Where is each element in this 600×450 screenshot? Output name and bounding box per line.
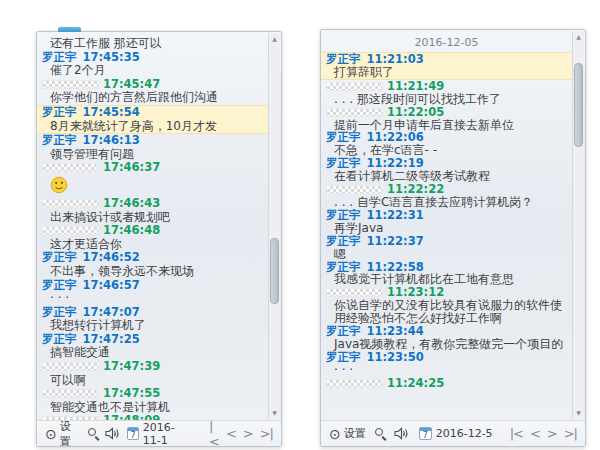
- calendar-icon[interactable]: 7: [419, 427, 432, 440]
- date-label[interactable]: 2016-12-5: [436, 427, 493, 440]
- timestamp: 17:46:57: [83, 278, 140, 292]
- timestamp: 11:21:03: [367, 52, 424, 66]
- chat-message-area: 还有工作服 那还可以罗正宇17:45:35催了2个月17:45:47你学他们的方…: [37, 32, 268, 420]
- message-text: Java视频教程，有教你完整做完一个项目的: [321, 338, 572, 351]
- next-page-button[interactable]: >: [547, 426, 557, 441]
- speaker-icon[interactable]: [105, 427, 120, 440]
- picking-nose-emoji: [50, 176, 68, 194]
- message-entry: 罗正宇11:22:19在看计算机二级等级考试教程: [321, 157, 572, 183]
- timestamp: 11:22:22: [387, 182, 444, 196]
- message-header: 罗正宇17:46:13: [37, 134, 268, 148]
- message-entry: 还有工作服 那还可以: [37, 37, 268, 51]
- message-text: 嗯: [321, 248, 572, 261]
- message-text: 8月来就统计了身高，10月才发: [37, 120, 268, 134]
- message-entry: 罗正宇11:22:06不急，在学c语言- -: [321, 131, 572, 157]
- masked-sender-name: [326, 379, 383, 388]
- message-header: 罗正宇11:23:50: [321, 351, 572, 364]
- sender-name: 罗正宇: [326, 234, 361, 248]
- search-icon[interactable]: [88, 428, 98, 440]
- message-text: . . . 那这段时间可以找找工作了: [321, 93, 572, 106]
- scroll-down-icon[interactable]: ▼: [269, 409, 280, 417]
- timestamp: 11:22:05: [387, 105, 444, 119]
- timestamp: 17:46:52: [83, 250, 140, 264]
- masked-sender-name: [42, 226, 99, 235]
- message-header: 17:45:47: [37, 78, 268, 92]
- masked-sender-name: [326, 108, 383, 117]
- message-text: 我想转行计算机了: [37, 319, 268, 333]
- timestamp: 17:47:39: [103, 359, 160, 373]
- settings-icon[interactable]: ⊙: [329, 426, 341, 442]
- message-header: 罗正宇11:23:44: [321, 325, 572, 338]
- timestamp: 17:45:54: [83, 105, 140, 119]
- message-entry: 罗正宇17:45:548月来就统计了身高，10月才发: [37, 105, 268, 134]
- calendar-icon[interactable]: 7: [127, 427, 139, 440]
- message-header: 11:21:49: [321, 80, 572, 93]
- chat-message-area: 2016-12-05罗正宇11:21:03打算辞职了11:21:49. . . …: [321, 30, 572, 420]
- scrollbar[interactable]: ▲ ▼: [268, 33, 280, 419]
- prev-page-button[interactable]: <: [530, 426, 540, 441]
- scrollbar[interactable]: ▲ ▼: [572, 31, 584, 419]
- settings-label[interactable]: 设置: [344, 426, 366, 441]
- settings-label[interactable]: 设置: [60, 419, 79, 449]
- message-header: 11:22:05: [321, 106, 572, 119]
- page-navigation: |< < > >|: [503, 426, 577, 441]
- message-entry: 11:21:49. . . 那这段时间可以找找工作了: [321, 80, 572, 106]
- message-entry: 11:23:12你说自学的又没有比较具有说服力的软件使用经验恐怕不怎么好找好工作…: [321, 286, 572, 325]
- timestamp: 17:45:35: [83, 50, 140, 64]
- message-header: 17:46:37: [37, 161, 268, 175]
- message-entry: 罗正宇17:46:57· · ·: [37, 279, 268, 306]
- masked-sender-name: [42, 163, 99, 172]
- message-entry: 罗正宇17:47:25搞智能交通: [37, 333, 268, 360]
- last-page-button[interactable]: >|: [564, 426, 577, 441]
- message-header: 17:47:39: [37, 360, 268, 374]
- history-toolbar: ⊙ 设置 7 2016-11-1 |< < > >|: [37, 420, 281, 446]
- message-entry: 11:24:25: [321, 377, 572, 390]
- timestamp: 11:22:31: [367, 208, 424, 222]
- timestamp: 11:22:37: [367, 234, 424, 248]
- message-entry: 罗正宇17:46:52不出事，领导永远不来现场: [37, 251, 268, 278]
- sender-name: 罗正宇: [326, 260, 361, 274]
- first-page-button[interactable]: |<: [209, 419, 219, 449]
- message-header: 罗正宇17:45:54: [37, 106, 268, 120]
- message-header: 罗正宇11:22:31: [321, 209, 572, 222]
- message-entry: 罗正宇17:45:35催了2个月: [37, 51, 268, 78]
- message-header: 17:47:55: [37, 387, 268, 401]
- message-entry: 罗正宇11:21:03打算辞职了: [321, 52, 572, 80]
- message-entry: 罗正宇11:23:44Java视频教程，有教你完整做完一个项目的: [321, 325, 572, 351]
- message-header: 罗正宇17:47:07: [37, 306, 268, 320]
- settings-icon[interactable]: ⊙: [45, 426, 57, 442]
- scrollbar-thumb[interactable]: [574, 63, 583, 147]
- timestamp: 17:46:43: [103, 196, 160, 210]
- last-page-button[interactable]: >|: [260, 426, 273, 441]
- prev-page-button[interactable]: <: [226, 426, 236, 441]
- message-entry: 罗正宇11:22:37嗯: [321, 235, 572, 261]
- message-entry: 17:47:55智能交通也不是计算机: [37, 387, 268, 414]
- timestamp: 11:23:50: [367, 350, 424, 364]
- message-entry: 17:45:47你学他们的方言然后跟他们沟通: [37, 78, 268, 105]
- sender-name: 罗正宇: [42, 250, 77, 264]
- message-entry: 11:22:05提前一个月申请年后直接去新单位: [321, 106, 572, 132]
- message-text: 我感觉干计算机都比在工地有意思: [321, 273, 572, 286]
- message-text: · · ·: [321, 364, 572, 377]
- search-icon[interactable]: [375, 428, 387, 440]
- first-page-button[interactable]: |<: [510, 426, 523, 441]
- message-header: 罗正宇17:46:57: [37, 279, 268, 293]
- scrollbar-thumb[interactable]: [270, 238, 279, 304]
- message-entry: 17:47:39可以啊: [37, 360, 268, 387]
- date-label[interactable]: 2016-11-1: [143, 421, 192, 447]
- message-text: 你说自学的又没有比较具有说服力的软件使用经验恐怕不怎么好找好工作啊: [321, 299, 572, 325]
- history-toolbar: ⊙ 设置 7 2016-12-5 |< < > >|: [321, 420, 585, 446]
- message-text: 出来搞设计或者规划吧: [37, 211, 268, 225]
- next-page-button[interactable]: >: [243, 426, 253, 441]
- sender-name: 罗正宇: [42, 278, 77, 292]
- scroll-up-icon[interactable]: ▲: [573, 33, 584, 41]
- message-entry: 罗正宇11:22:58我感觉干计算机都比在工地有意思: [321, 261, 572, 287]
- message-text: 你学他们的方言然后跟他们沟通: [37, 91, 268, 105]
- scroll-down-icon[interactable]: ▼: [573, 409, 584, 417]
- scroll-up-icon[interactable]: ▲: [269, 35, 280, 43]
- timestamp: 11:24:25: [387, 376, 444, 390]
- message-text: 搞智能交通: [37, 346, 268, 360]
- sender-name: 罗正宇: [326, 156, 361, 170]
- speaker-icon[interactable]: [394, 427, 409, 440]
- sender-name: 罗正宇: [326, 208, 361, 222]
